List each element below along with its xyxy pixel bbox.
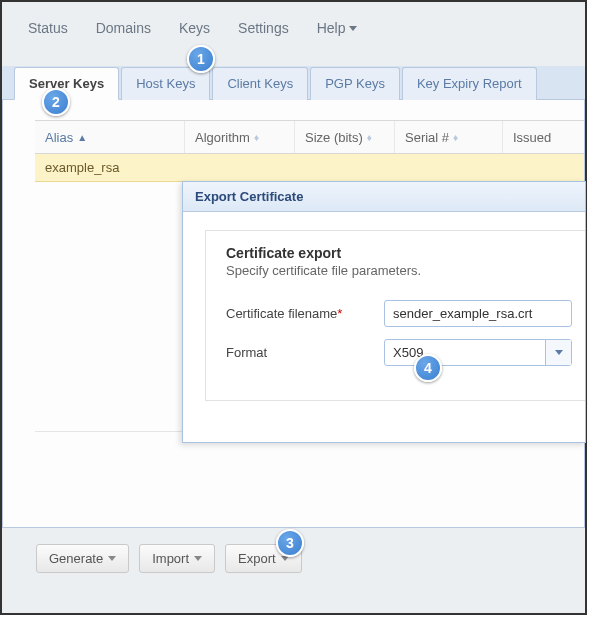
filename-label: Certificate filename* xyxy=(226,306,384,321)
menu-status[interactable]: Status xyxy=(28,20,68,36)
import-button[interactable]: Import xyxy=(139,544,215,573)
tab-pgp-keys[interactable]: PGP Keys xyxy=(310,67,400,100)
table-row[interactable]: example_rsa xyxy=(35,154,584,182)
tab-key-expiry-report[interactable]: Key Expiry Report xyxy=(402,67,537,100)
col-alias[interactable]: Alias ▲ xyxy=(35,121,185,153)
col-algorithm-label: Algorithm xyxy=(195,130,250,145)
col-serial-label: Serial # xyxy=(405,130,449,145)
dialog-section-title: Certificate export xyxy=(226,245,585,261)
menu-keys-label: Keys xyxy=(179,20,210,36)
menu-settings[interactable]: Settings xyxy=(238,20,289,36)
format-label: Format xyxy=(226,345,384,360)
menu-settings-label: Settings xyxy=(238,20,289,36)
col-serial[interactable]: Serial # ♦ xyxy=(395,121,503,153)
tab-content: Alias ▲ Algorithm ♦ Size (bits) ♦ Serial… xyxy=(2,100,585,528)
dialog-section-subtitle: Specify certificate file parameters. xyxy=(226,263,585,278)
menu-domains-label: Domains xyxy=(96,20,151,36)
sort-icon: ♦ xyxy=(254,132,259,143)
callout-1: 1 xyxy=(187,45,215,73)
format-select[interactable]: X509 xyxy=(384,339,572,366)
import-button-label: Import xyxy=(152,551,189,566)
sort-asc-icon: ▲ xyxy=(77,132,87,143)
menu-keys[interactable]: Keys xyxy=(179,20,210,36)
chevron-down-icon xyxy=(108,556,116,561)
chevron-down-icon xyxy=(555,350,563,355)
callout-2: 2 xyxy=(42,88,70,116)
format-selected-value: X509 xyxy=(385,340,545,365)
sort-icon: ♦ xyxy=(367,132,372,143)
col-alias-label: Alias xyxy=(45,130,73,145)
table-body: example_rsa Export Certificate Certifica… xyxy=(35,154,584,432)
export-button-label: Export xyxy=(238,551,276,566)
cell-alias: example_rsa xyxy=(35,160,185,175)
export-certificate-dialog: Export Certificate Certificate export Sp… xyxy=(182,181,586,443)
sort-icon: ♦ xyxy=(453,132,458,143)
tabs-bar: Server Keys Host Keys Client Keys PGP Ke… xyxy=(2,66,585,100)
callout-3: 3 xyxy=(276,529,304,557)
dialog-title: Export Certificate xyxy=(183,182,585,212)
col-size-label: Size (bits) xyxy=(305,130,363,145)
col-issued[interactable]: Issued xyxy=(503,121,584,153)
generate-button-label: Generate xyxy=(49,551,103,566)
menu-help[interactable]: Help xyxy=(317,20,358,36)
format-dropdown-button[interactable] xyxy=(545,340,571,365)
col-algorithm[interactable]: Algorithm ♦ xyxy=(185,121,295,153)
chevron-down-icon xyxy=(194,556,202,561)
table-header: Alias ▲ Algorithm ♦ Size (bits) ♦ Serial… xyxy=(35,120,584,154)
callout-4: 4 xyxy=(414,354,442,382)
certificate-filename-input[interactable] xyxy=(384,300,572,327)
top-menu: Status Domains Keys Settings Help xyxy=(2,2,585,66)
menu-status-label: Status xyxy=(28,20,68,36)
required-indicator: * xyxy=(337,306,342,321)
menu-help-label: Help xyxy=(317,20,346,36)
generate-button[interactable]: Generate xyxy=(36,544,129,573)
menu-domains[interactable]: Domains xyxy=(96,20,151,36)
col-issued-label: Issued xyxy=(513,130,551,145)
chevron-down-icon xyxy=(349,26,357,31)
tab-client-keys[interactable]: Client Keys xyxy=(212,67,308,100)
col-size[interactable]: Size (bits) ♦ xyxy=(295,121,395,153)
